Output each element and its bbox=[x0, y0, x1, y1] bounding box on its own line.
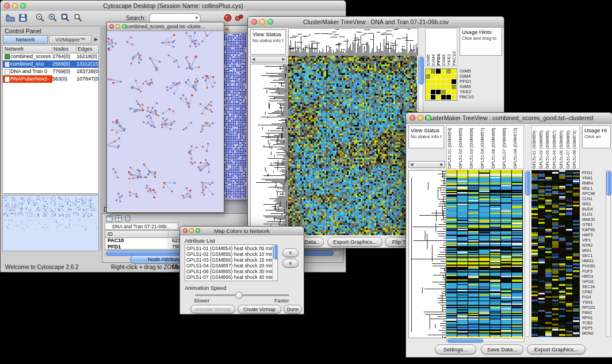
close-button[interactable] bbox=[183, 228, 188, 233]
zoom-fit-icon[interactable] bbox=[60, 13, 71, 23]
close-button[interactable] bbox=[225, 28, 229, 31]
network-row[interactable]: DNA and Tran 0 7769(0) 183728(0) bbox=[3, 68, 98, 75]
scrollbar-thumb[interactable] bbox=[606, 171, 611, 196]
nav-right-icon[interactable]: ▶ bbox=[441, 162, 443, 167]
search-label: Search: bbox=[126, 15, 146, 21]
dialog-titlebar[interactable]: Map Colors to Network bbox=[180, 227, 304, 235]
window-controls bbox=[251, 19, 273, 25]
annotation-icon[interactable] bbox=[234, 13, 244, 23]
tree-nav-control[interactable]: ◀ ▶ bbox=[250, 56, 287, 63]
save-session-icon[interactable] bbox=[18, 13, 28, 23]
network-icon bbox=[5, 62, 10, 67]
dense-network-canvas[interactable] bbox=[224, 33, 246, 198]
network-row-highlighted[interactable]: RNAPuberNov2- 563(0) 107847(0) bbox=[3, 75, 98, 83]
tab-vizmapper[interactable]: VizMapper™ bbox=[49, 35, 91, 44]
treeview-window-combined: ClusterMaker TreeView : combined_scores_… bbox=[406, 112, 612, 358]
vertical-scrollbar[interactable] bbox=[606, 170, 611, 337]
save-data-button[interactable]: Save Data... bbox=[481, 344, 523, 354]
vertical-scrollbar[interactable] bbox=[525, 170, 530, 337]
table-icon[interactable] bbox=[115, 215, 122, 222]
usage-hints-text: Click and drag to bbox=[462, 36, 500, 41]
zoom-selected-icon[interactable] bbox=[73, 13, 83, 23]
tab-network[interactable]: Network bbox=[3, 35, 48, 44]
network-view-window-background[interactable] bbox=[223, 25, 248, 200]
window-title: ClusterMaker TreeView : DNA and Tran 07-… bbox=[248, 18, 504, 25]
heatmap[interactable] bbox=[288, 56, 417, 235]
move-down-button[interactable]: ∨ bbox=[282, 259, 299, 267]
attribute-list-items[interactable]: GPL51-01 (GSM854) heat shock 05 min GPL5… bbox=[185, 245, 277, 281]
data-panel-tab[interactable]: DNA and Tran 07-21-06b... bbox=[105, 223, 178, 230]
close-button[interactable] bbox=[4, 3, 10, 9]
export-graphics-button[interactable]: Export Graphics... bbox=[527, 344, 586, 354]
zoom-out-icon[interactable] bbox=[35, 13, 45, 23]
secondary-column-labels: GPL51-01 (GSM854) GPL51-02 (GSM855) GPL5… bbox=[531, 125, 580, 169]
close-button[interactable] bbox=[410, 115, 415, 121]
close-button[interactable] bbox=[109, 24, 114, 29]
network-view-titlebar[interactable]: combined_scores_good.txt--cluste... bbox=[107, 22, 224, 31]
minimize-button[interactable] bbox=[259, 19, 265, 25]
tree-nav-control[interactable]: ◀ ▶ bbox=[408, 161, 445, 168]
heatmap[interactable] bbox=[446, 170, 523, 337]
zoom-button[interactable] bbox=[426, 115, 431, 121]
minimize-button[interactable] bbox=[418, 115, 423, 121]
attribute-list[interactable]: GPL51-01 (GSM854) heat shock 05 min GPL5… bbox=[185, 244, 278, 281]
nav-right-icon[interactable]: ▶ bbox=[282, 57, 285, 62]
scrollbar-thumb[interactable] bbox=[525, 171, 530, 196]
attributes-icon[interactable] bbox=[124, 215, 131, 222]
nav-left-icon[interactable]: ◀ bbox=[252, 57, 255, 62]
network-row[interactable]: combined_scores 2764(0) 16218(0) bbox=[3, 53, 98, 60]
usage-hints-panel: Usage Hints Click and drag to bbox=[460, 27, 502, 56]
correlation-matrix[interactable] bbox=[425, 68, 457, 101]
network-row-selected[interactable]: combined_sco 2569(6) 13112(15) bbox=[3, 60, 98, 68]
settings-button[interactable]: Settings... bbox=[435, 344, 476, 354]
status-hint-zoom: Right-click + drag to ZOOM bbox=[111, 264, 181, 270]
close-button[interactable] bbox=[251, 19, 257, 25]
slider-thumb[interactable] bbox=[235, 292, 243, 299]
open-session-icon[interactable] bbox=[5, 13, 16, 23]
export-graphics-button[interactable]: Export Graphics... bbox=[327, 237, 382, 247]
nav-left-icon[interactable]: ◀ bbox=[410, 162, 413, 167]
move-up-button[interactable]: ∧ bbox=[282, 248, 299, 257]
status-message: Welcome to Cytoscape 2.6.2 bbox=[5, 264, 79, 270]
view-status-title: View Status bbox=[253, 31, 284, 37]
minimize-button[interactable] bbox=[116, 24, 120, 29]
control-panel-tabs: Network VizMapper™ ▶ bbox=[2, 35, 99, 44]
window-controls bbox=[4, 3, 26, 9]
minimize-button[interactable] bbox=[12, 3, 18, 9]
float-panel-icon[interactable] bbox=[106, 215, 113, 222]
search-dropdown-icon[interactable]: ▾ bbox=[195, 15, 198, 21]
gene-label-list: PFD1 YRA1 RNR4 MSL1 SPC98 CLN1 NIS1 BUD4… bbox=[582, 170, 605, 337]
scrollbar-thumb[interactable] bbox=[447, 339, 483, 343]
main-titlebar[interactable]: Cytoscape Desktop (Session Name: collins… bbox=[1, 1, 346, 12]
column-dendrogram[interactable] bbox=[288, 28, 418, 56]
treeview-titlebar[interactable]: ClusterMaker TreeView : combined_scores_… bbox=[406, 113, 612, 124]
zoom-button[interactable] bbox=[267, 19, 273, 25]
network-overview-thumbnail[interactable] bbox=[2, 195, 99, 251]
network-graph-canvas[interactable] bbox=[108, 31, 223, 211]
row-dendrogram[interactable] bbox=[250, 64, 288, 236]
treeview-titlebar[interactable]: ClusterMaker TreeView : DNA and Tran 07-… bbox=[248, 17, 504, 28]
zoom-button[interactable] bbox=[122, 24, 127, 29]
list-scrollbar[interactable] bbox=[272, 245, 277, 281]
view-status-panel: View Status No status info f bbox=[250, 29, 286, 55]
zoom-button[interactable] bbox=[20, 3, 26, 9]
animation-speed-slider[interactable] bbox=[195, 294, 289, 296]
matrix-row-labels: GIM5 GIM4 PFD1 GIM3 YKE2 PAC10 bbox=[460, 68, 474, 99]
matrix-column-labels: GIM5 GIM4 PFD1 GIM3 YKE2 PAC10 bbox=[425, 28, 457, 66]
scrollbar-thumb[interactable] bbox=[273, 246, 278, 259]
scrollbar-thumb[interactable] bbox=[419, 57, 424, 85]
network-table-header[interactable]: Network Nodes Edges bbox=[3, 45, 98, 53]
row-dendrogram[interactable] bbox=[408, 170, 446, 338]
usage-hints-title: Usage Hi bbox=[584, 127, 609, 133]
zoom-in-icon[interactable] bbox=[48, 13, 58, 23]
horizontal-scrollbar[interactable] bbox=[446, 338, 525, 342]
secondary-heatmap[interactable] bbox=[531, 170, 580, 337]
slider-min-label: Slower bbox=[194, 298, 210, 304]
minimize-button[interactable] bbox=[189, 228, 194, 233]
tab-overflow-icon[interactable]: ▶ bbox=[94, 37, 98, 42]
create-vizmap-button[interactable]: Create Vizmap bbox=[238, 305, 281, 313]
zoom-button[interactable] bbox=[196, 228, 200, 233]
network-view-window: combined_scores_good.txt--cluste... bbox=[106, 22, 224, 213]
done-button[interactable]: Done bbox=[284, 305, 302, 313]
animate-vizmap-button[interactable]: Animate Vizmap bbox=[190, 305, 235, 313]
